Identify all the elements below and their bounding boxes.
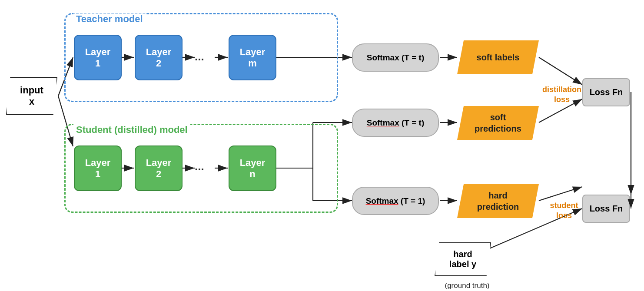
student-layer-n: Layer n bbox=[229, 146, 276, 191]
student-loss-label: student loss bbox=[547, 201, 581, 221]
diagram: input x Teacher model Layer 1 Layer 2 ..… bbox=[0, 0, 644, 291]
teacher-layer2-line2: 2 bbox=[156, 58, 161, 69]
soft-labels-box: soft labels bbox=[457, 40, 539, 74]
student-layer-2: Layer 2 bbox=[135, 146, 183, 191]
teacher-layer1-line2: 1 bbox=[95, 58, 100, 69]
svg-line-8 bbox=[539, 57, 582, 85]
svg-line-20 bbox=[539, 187, 582, 201]
hard-label-box: hard label y bbox=[435, 242, 491, 276]
student-layer2-line2: 2 bbox=[156, 169, 161, 180]
loss-fn-student-label: Loss Fn bbox=[590, 204, 623, 214]
student-layer-1: Layer 1 bbox=[74, 146, 122, 191]
loss-fn-student: Loss Fn bbox=[582, 195, 630, 223]
teacher-layerm-line1: Layer bbox=[240, 46, 266, 58]
hard-prediction-box: hard prediction bbox=[457, 184, 539, 218]
teacher-layer-2: Layer 2 bbox=[135, 35, 183, 80]
student-layer1-line1: Layer bbox=[85, 157, 111, 169]
input-label-line1: input bbox=[20, 85, 43, 96]
teacher-model-label: Teacher model bbox=[73, 13, 146, 25]
teacher-dots: ... bbox=[195, 50, 204, 63]
distillation-loss-label: distillation loss bbox=[542, 85, 581, 105]
soft-predictions-text: soft predictions bbox=[475, 112, 521, 134]
student-softmax-1-box: Softmax (T = 1) bbox=[352, 187, 439, 215]
student-layer2-line1: Layer bbox=[146, 157, 172, 169]
input-label-line2: x bbox=[29, 96, 34, 107]
teacher-softmax-label: Softmax (T = t) bbox=[367, 53, 425, 63]
hard-label-line2: label y bbox=[449, 259, 476, 269]
teacher-layerm-line2: m bbox=[248, 58, 257, 69]
student-layer1-line2: 1 bbox=[95, 169, 100, 180]
teacher-layer1-line1: Layer bbox=[85, 46, 111, 58]
teacher-layer2-line1: Layer bbox=[146, 46, 172, 58]
student-softmax-1-label: Softmax (T = 1) bbox=[366, 196, 425, 206]
student-softmax-t-box: Softmax (T = t) bbox=[352, 109, 439, 137]
hard-prediction-text: hard prediction bbox=[477, 190, 519, 212]
soft-predictions-box: soft predictions bbox=[457, 106, 539, 140]
soft-labels-text: soft labels bbox=[477, 53, 520, 63]
teacher-layer-m: Layer m bbox=[229, 35, 276, 80]
student-model-label: Student (distilled) model bbox=[73, 124, 190, 136]
student-dots: ... bbox=[195, 160, 204, 173]
loss-fn-distillation-label: Loss Fn bbox=[590, 87, 623, 97]
hard-label-line1: hard bbox=[453, 249, 472, 259]
teacher-layer-1: Layer 1 bbox=[74, 35, 122, 80]
student-layern-line1: Layer bbox=[240, 157, 266, 169]
student-layern-line2: n bbox=[249, 169, 255, 180]
ground-truth-label: (ground truth) bbox=[426, 281, 508, 290]
loss-fn-distillation: Loss Fn bbox=[582, 78, 630, 106]
input-box: input x bbox=[6, 77, 57, 115]
student-softmax-t-label: Softmax (T = t) bbox=[367, 118, 425, 128]
teacher-softmax-box: Softmax (T = t) bbox=[352, 43, 439, 72]
